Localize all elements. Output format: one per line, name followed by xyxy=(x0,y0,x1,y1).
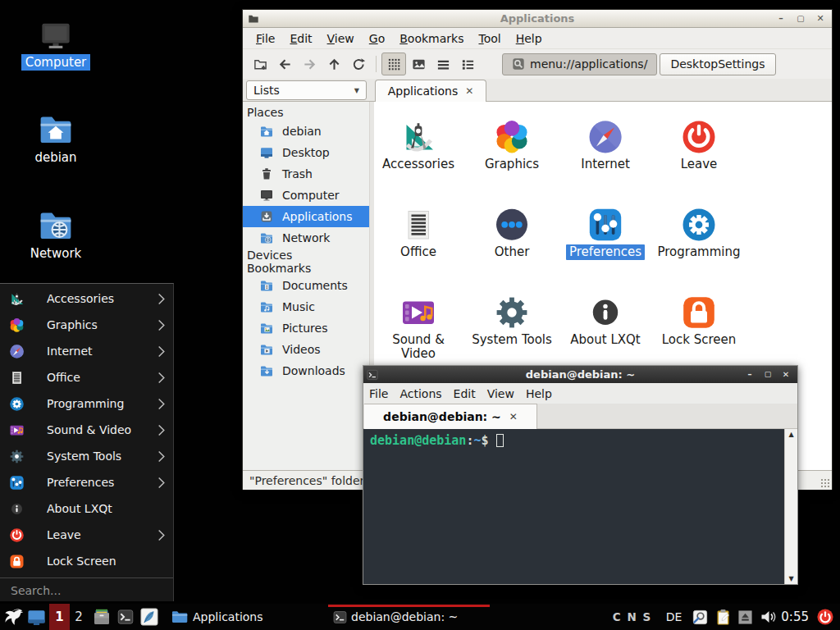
term-menu-edit[interactable]: Edit xyxy=(448,386,482,402)
scroll-up-icon[interactable]: ▲ xyxy=(788,431,793,438)
sidebar-item-music[interactable]: Music xyxy=(243,296,369,317)
fm-menu-bookmarks[interactable]: Bookmarks xyxy=(392,30,471,48)
scroll-down-icon[interactable]: ▼ xyxy=(788,575,793,582)
up-button[interactable] xyxy=(322,52,346,75)
folder-item-accessories[interactable]: Accessories xyxy=(372,112,465,200)
folder-item-leave[interactable]: Leave xyxy=(652,112,746,200)
fm-menu-help[interactable]: Help xyxy=(509,30,550,48)
folder-item-about-lxqt[interactable]: About LXQt xyxy=(559,288,652,376)
clock[interactable]: 0:55 xyxy=(781,609,809,624)
keyboard-layout[interactable]: DE xyxy=(666,610,682,623)
menu-item-lock-screen[interactable]: Lock Screen xyxy=(0,548,173,574)
folder-item-system-tools[interactable]: System Tools xyxy=(465,288,559,376)
sidebar-item-downloads[interactable]: Downloads xyxy=(243,360,369,381)
tab-close-icon[interactable]: ✕ xyxy=(509,411,518,422)
sidebar-mode-combobox[interactable]: Lists ▼ xyxy=(246,80,367,100)
close-button[interactable]: ✕ xyxy=(815,14,825,24)
menu-item-sound-video[interactable]: Sound & Video xyxy=(0,417,173,443)
menu-search-input[interactable]: Search... xyxy=(0,578,173,603)
menu-item-about-lxqt[interactable]: About LXQt xyxy=(0,495,173,522)
new-tab-button[interactable] xyxy=(248,52,272,75)
tray-clipboard[interactable] xyxy=(711,609,735,626)
desktop-settings-path-button[interactable]: DesktopSettings xyxy=(660,53,775,75)
terminal-scrollbar[interactable]: ▲ ▼ xyxy=(784,429,797,584)
tray-screenshot[interactable] xyxy=(689,609,711,626)
close-button[interactable]: ✕ xyxy=(781,370,791,380)
menu-item-system-tools[interactable]: System Tools xyxy=(0,443,173,469)
maximize-button[interactable]: ▢ xyxy=(763,370,773,380)
terminal-screen[interactable]: debian@debian:~$ xyxy=(363,429,784,584)
sidebar-item-computer[interactable]: Computer xyxy=(243,185,369,206)
compact-view-button[interactable] xyxy=(431,52,455,75)
terminal-menubar: File Actions Edit View Help xyxy=(363,383,797,404)
folder-item-internet[interactable]: Internet xyxy=(559,112,652,200)
tab-close-icon[interactable]: ✕ xyxy=(465,85,473,97)
menu-item-leave[interactable]: Leave xyxy=(0,522,173,548)
quicklaunch-file-manager[interactable] xyxy=(89,608,114,626)
accessories-icon xyxy=(402,121,435,153)
fm-menu-tool[interactable]: Tool xyxy=(471,30,508,48)
tray-volume[interactable] xyxy=(756,609,779,625)
sidebar-item-videos[interactable]: Videos xyxy=(243,339,369,360)
term-menu-file[interactable]: File xyxy=(363,386,394,402)
task-button-applications[interactable]: Applications xyxy=(167,604,328,630)
sidebar-item-debian[interactable]: debian xyxy=(243,121,369,142)
term-menu-view[interactable]: View xyxy=(482,386,520,402)
icon-view-button[interactable] xyxy=(381,52,406,75)
desktop-icon-computer[interactable]: Computer xyxy=(16,20,95,71)
fm-tab-applications[interactable]: Applications ✕ xyxy=(375,80,486,102)
leave-button[interactable] xyxy=(814,608,837,626)
workspace-2-button[interactable]: 2 xyxy=(70,604,88,630)
forward-button[interactable] xyxy=(297,52,322,75)
detailed-view-button[interactable] xyxy=(455,52,480,75)
menu-item-internet[interactable]: Internet xyxy=(0,338,173,364)
terminal-viewport[interactable]: debian@debian:~$ ▲ ▼ xyxy=(363,429,797,584)
menu-item-accessories[interactable]: Accessories xyxy=(0,285,173,312)
fm-menu-view[interactable]: View xyxy=(320,30,362,48)
sidebar-item-trash[interactable]: Trash xyxy=(243,163,369,185)
quicklaunch-terminal[interactable] xyxy=(114,609,137,625)
term-menu-help[interactable]: Help xyxy=(520,386,558,402)
term-menu-actions[interactable]: Actions xyxy=(394,386,447,402)
menu-item-programming[interactable]: Programming xyxy=(0,390,173,417)
folder-item-sound-video[interactable]: Sound & Video xyxy=(372,288,465,376)
address-path-button[interactable]: menu://applications/ xyxy=(502,53,657,75)
maximize-button[interactable]: ▢ xyxy=(796,14,806,24)
thumbnail-view-button[interactable] xyxy=(406,52,431,75)
task-button-terminal[interactable]: debian@debian: ~ xyxy=(328,604,490,630)
folder-item-lock-screen[interactable]: Lock Screen xyxy=(652,288,746,376)
minimize-button[interactable]: – xyxy=(745,370,755,380)
fm-titlebar[interactable]: Applications – ▢ ✕ xyxy=(243,10,832,28)
folder-item-preferences[interactable]: Preferences xyxy=(559,200,652,288)
fm-menu-file[interactable]: File xyxy=(249,30,282,48)
sidebar-item-documents[interactable]: Documents xyxy=(243,275,369,296)
main-menu-button[interactable] xyxy=(0,607,25,627)
menu-item-office[interactable]: Office xyxy=(0,364,173,390)
minimize-button[interactable]: – xyxy=(776,14,786,24)
sidebar-item-pictures[interactable]: Pictures xyxy=(243,317,369,339)
reload-button[interactable] xyxy=(346,52,371,75)
fm-menu-edit[interactable]: Edit xyxy=(282,30,319,48)
desktop-icon-debian[interactable]: debian xyxy=(16,112,95,166)
folder-item-graphics[interactable]: Graphics xyxy=(465,112,559,200)
menu-item-preferences[interactable]: Preferences xyxy=(0,469,173,495)
downloads-folder-icon xyxy=(260,364,273,377)
folder-item-programming[interactable]: Programming xyxy=(652,200,746,288)
folder-item-other[interactable]: Other xyxy=(465,200,559,288)
resize-grip[interactable] xyxy=(820,478,830,488)
sidebar-item-applications[interactable]: Applications xyxy=(243,206,369,227)
menu-item-graphics[interactable]: Graphics xyxy=(0,312,173,338)
submenu-chevron-icon xyxy=(158,398,165,410)
show-desktop-button[interactable] xyxy=(25,608,48,627)
sidebar-item-network[interactable]: Network xyxy=(243,227,369,249)
terminal-titlebar[interactable]: debian@debian: ~ – ▢ ✕ xyxy=(363,366,797,383)
quicklaunch-featherpad[interactable] xyxy=(137,608,162,626)
tray-removable-media[interactable] xyxy=(735,609,756,625)
terminal-tab[interactable]: debian@debian: ~ ✕ xyxy=(364,404,537,429)
fm-menu-go[interactable]: Go xyxy=(362,30,392,48)
workspace-1-button[interactable]: 1 xyxy=(49,604,70,630)
folder-item-office[interactable]: Office xyxy=(372,200,465,288)
back-button[interactable] xyxy=(272,52,297,75)
desktop-icon-network[interactable]: Network xyxy=(16,208,95,262)
sidebar-item-desktop[interactable]: Desktop xyxy=(243,142,369,163)
